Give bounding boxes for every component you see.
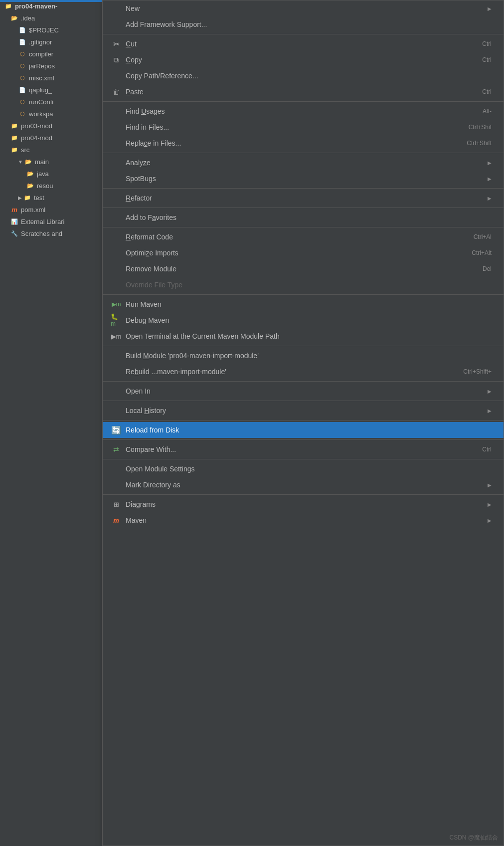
tree-label: runConfi bbox=[29, 98, 53, 106]
folder-icon: 📁 bbox=[10, 134, 19, 142]
menu-item-cut[interactable]: ✂ Cut Ctrl bbox=[103, 36, 504, 52]
tree-item-pro04mod[interactable]: 📁 pro04-mod bbox=[0, 132, 102, 144]
separator bbox=[103, 101, 504, 102]
menu-label: Add to Favorites bbox=[126, 213, 492, 221]
shortcut: Ctrl bbox=[462, 56, 492, 63]
maven-icon: m bbox=[111, 515, 122, 526]
debug-maven-icon: 🐛m bbox=[111, 315, 122, 326]
tree-item-resources[interactable]: 📂 resou bbox=[0, 180, 102, 192]
tree-item-main[interactable]: ▼ 📂 main bbox=[0, 156, 102, 168]
folder-icon: 📁 bbox=[4, 2, 13, 10]
menu-item-remove-module[interactable]: Remove Module Del bbox=[103, 261, 504, 277]
shortcut: Ctrl bbox=[462, 88, 492, 95]
menu-label: Open In bbox=[126, 387, 488, 395]
menu-item-reformat[interactable]: Reformat Code Ctrl+Al bbox=[103, 229, 504, 245]
menu-item-rebuild-module[interactable]: Rebuild ...maven-import-module' Ctrl+Shi… bbox=[103, 364, 504, 380]
tree-item-pro03mod[interactable]: 📁 pro03-mod bbox=[0, 120, 102, 132]
tree-item-qaplug[interactable]: 📄 qaplug_ bbox=[0, 84, 102, 96]
menu-item-find-usages[interactable]: Find Usages Alt- bbox=[103, 103, 504, 119]
menu-item-open-in[interactable]: Open In ▶ bbox=[103, 383, 504, 399]
folder-icon: 📁 bbox=[10, 122, 19, 130]
add-favorites-icon bbox=[111, 212, 122, 223]
menu-label: SpotBugs bbox=[126, 175, 488, 183]
menu-label: Override File Type bbox=[126, 281, 492, 289]
spotbugs-icon bbox=[111, 173, 122, 184]
menu-item-copy[interactable]: ⧉ Copy Ctrl bbox=[103, 52, 504, 68]
tree-item-misc[interactable]: ⬡ misc.xml bbox=[0, 72, 102, 84]
menu-item-analyze[interactable]: Analyze ▶ bbox=[103, 155, 504, 171]
submenu-icon: ▶ bbox=[488, 502, 492, 507]
tree-label: src bbox=[21, 146, 29, 154]
menu-item-copy-path[interactable]: Copy Path/Reference... bbox=[103, 68, 504, 84]
copy-path-icon bbox=[111, 70, 122, 81]
tree-item-gitignore[interactable]: 📄 .gitignor bbox=[0, 36, 102, 48]
ext-lib-icon: 📊 bbox=[10, 217, 19, 225]
resources-folder-icon: 📂 bbox=[26, 182, 35, 190]
tree-item-workspa[interactable]: ⬡ workspa bbox=[0, 108, 102, 120]
menu-label: Remove Module bbox=[126, 265, 463, 273]
submenu-icon: ▶ bbox=[488, 196, 492, 201]
tree-item-compiler[interactable]: ⬡ compiler bbox=[0, 48, 102, 60]
expand-icon: ▼ bbox=[18, 159, 23, 165]
local-history-icon bbox=[111, 405, 122, 416]
tree-label: resou bbox=[37, 182, 53, 190]
menu-item-paste[interactable]: 🗑 Paste Ctrl bbox=[103, 84, 504, 100]
menu-item-add-favorites[interactable]: Add to Favorites bbox=[103, 210, 504, 225]
tree-item-ext-libs[interactable]: 📊 External Librari bbox=[0, 215, 102, 227]
open-in-icon bbox=[111, 386, 122, 397]
tree-item-pom[interactable]: m pom.xml bbox=[0, 204, 102, 215]
submenu-icon: ▶ bbox=[488, 176, 492, 182]
mark-directory-icon bbox=[111, 479, 122, 490]
tree-item-scratches[interactable]: 🔧 Scratches and bbox=[0, 227, 102, 239]
menu-item-reload-disk[interactable]: 🔄 Reload from Disk bbox=[103, 422, 504, 438]
new-icon bbox=[111, 3, 122, 14]
tree-label: .idea bbox=[21, 14, 35, 22]
cut-icon: ✂ bbox=[111, 38, 122, 49]
tree-item-project[interactable]: 📄 $PROJEC bbox=[0, 24, 102, 36]
menu-item-maven[interactable]: m Maven ▶ bbox=[103, 512, 504, 528]
submenu-icon: ▶ bbox=[488, 482, 492, 488]
menu-item-build-module[interactable]: Build Module 'pro04-maven-import-module' bbox=[103, 348, 504, 364]
menu-item-diagrams[interactable]: ⊞ Diagrams ▶ bbox=[103, 496, 504, 512]
menu-item-compare-with[interactable]: ⇄ Compare With... Ctrl bbox=[103, 441, 504, 457]
tree-item-idea[interactable]: 📂 .idea bbox=[0, 12, 102, 24]
file-icon: 📄 bbox=[18, 86, 27, 94]
menu-item-refactor[interactable]: Refactor ▶ bbox=[103, 190, 504, 206]
menu-label: Mark Directory as bbox=[126, 481, 488, 489]
menu-item-replace-files[interactable]: Replace in Files... Ctrl+Shift bbox=[103, 135, 504, 151]
tree-label: java bbox=[37, 170, 49, 178]
menu-item-find-files[interactable]: Find in Files... Ctrl+Shif bbox=[103, 119, 504, 135]
tree-item-runconfi[interactable]: ⬡ runConfi bbox=[0, 96, 102, 108]
folder-icon: 📁 bbox=[23, 194, 32, 202]
menu-item-optimize-imports[interactable]: Optimize Imports Ctrl+Alt bbox=[103, 245, 504, 261]
separator bbox=[103, 34, 504, 34]
tree-item-jarrepos[interactable]: ⬡ jarRepos bbox=[0, 60, 102, 72]
menu-item-mark-directory[interactable]: Mark Directory as ▶ bbox=[103, 477, 504, 493]
menu-label: New bbox=[126, 4, 488, 12]
menu-label: Local History bbox=[126, 407, 488, 415]
menu-item-add-framework[interactable]: Add Framework Support... bbox=[103, 16, 504, 32]
shortcut: Ctrl bbox=[462, 40, 492, 47]
tree-item-src[interactable]: 📁 src bbox=[0, 144, 102, 156]
build-icon bbox=[111, 350, 122, 361]
menu-item-spotbugs[interactable]: SpotBugs ▶ bbox=[103, 171, 504, 187]
menu-label: Analyze bbox=[126, 159, 488, 167]
menu-item-debug-maven[interactable]: 🐛m Debug Maven bbox=[103, 312, 504, 328]
tree-item-java[interactable]: 📂 java bbox=[0, 168, 102, 180]
menu-item-override-file-type[interactable]: Override File Type bbox=[103, 277, 504, 293]
menu-item-run-maven[interactable]: ▶m Run Maven bbox=[103, 296, 504, 312]
menu-label: Compare With... bbox=[126, 445, 462, 453]
shortcut: Del bbox=[463, 265, 492, 272]
menu-item-local-history[interactable]: Local History ▶ bbox=[103, 403, 504, 419]
menu-label: Cut bbox=[126, 40, 462, 48]
menu-item-new[interactable]: New ▶ bbox=[103, 0, 504, 16]
menu-item-open-terminal-maven[interactable]: ▶m Open Terminal at the Current Maven Mo… bbox=[103, 328, 504, 344]
menu-item-module-settings[interactable]: Open Module Settings bbox=[103, 461, 504, 477]
reformat-icon bbox=[111, 231, 122, 242]
context-menu: New ▶ Add Framework Support... ✂ Cut Ctr… bbox=[102, 0, 504, 846]
compare-icon: ⇄ bbox=[111, 444, 122, 455]
tree-item-test[interactable]: ▶ 📁 test bbox=[0, 192, 102, 204]
add-framework-icon bbox=[111, 19, 122, 30]
tree-label: qaplug_ bbox=[29, 86, 52, 94]
tree-label: .gitignor bbox=[29, 38, 52, 46]
